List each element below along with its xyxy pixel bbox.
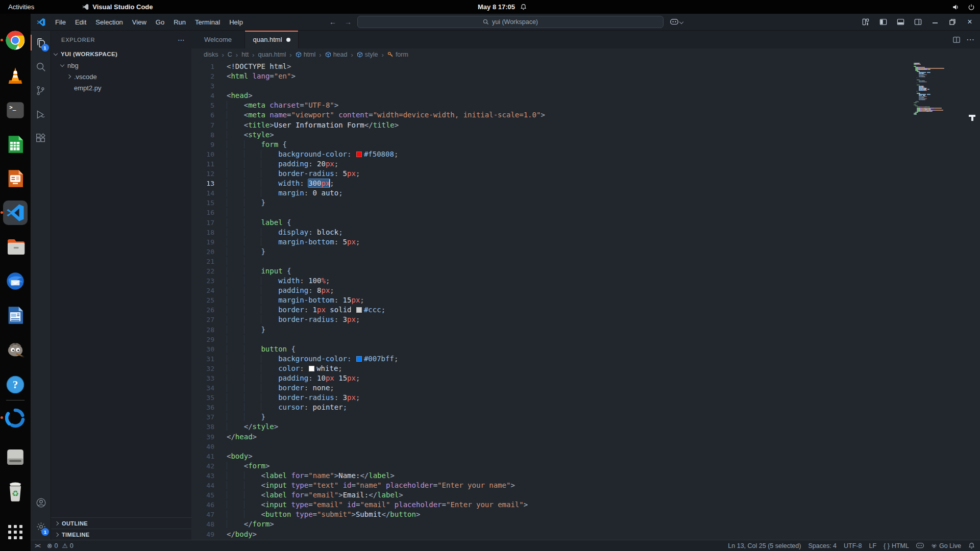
menu-file[interactable]: File — [51, 18, 70, 26]
code-line-34[interactable]: 34 border: none; — [191, 383, 980, 393]
notifications-bell-button[interactable] — [968, 542, 975, 549]
code-line-8[interactable]: 8 <style> — [191, 130, 980, 140]
code-line-4[interactable]: 4<head> — [191, 91, 980, 101]
breadcrumb-style[interactable]: style — [357, 51, 378, 58]
code-line-41[interactable]: 41<body> — [191, 452, 980, 461]
color-swatch[interactable] — [309, 366, 314, 371]
menu-go[interactable]: Go — [151, 18, 169, 26]
dock-item-libreoffice-impress[interactable] — [3, 166, 28, 191]
volume-icon[interactable] — [952, 4, 960, 11]
tab-quan-html[interactable]: quan.html — [245, 31, 299, 48]
code-line-18[interactable]: 18 display: block; — [191, 228, 980, 237]
breadcrumb-disks[interactable]: disks — [204, 51, 218, 58]
code-line-3[interactable]: 3 — [191, 81, 980, 91]
activity-source-control-button[interactable] — [31, 79, 51, 103]
split-editor-button[interactable] — [953, 36, 960, 43]
modified-indicator[interactable] — [286, 38, 290, 42]
code-line-11[interactable]: 11 padding: 20px; — [191, 159, 980, 169]
code-line-39[interactable]: 39</head> — [191, 432, 980, 442]
code-line-32[interactable]: 32 color: white; — [191, 364, 980, 373]
code-line-49[interactable]: 49</body> — [191, 530, 980, 539]
code-line-12[interactable]: 12 border-radius: 5px; — [191, 169, 980, 179]
dock-item-trash[interactable]: ♻ — [3, 479, 28, 504]
code-line-42[interactable]: 42 <form> — [191, 461, 980, 471]
language-mode-button[interactable]: { } HTML — [884, 542, 909, 549]
code-line-26[interactable]: 26 border: 1px solid #ccc; — [191, 305, 980, 315]
code-line-25[interactable]: 25 margin-bottom: 15px; — [191, 295, 980, 305]
dock-item-terminal[interactable]: >_ — [3, 98, 28, 122]
problems-button[interactable]: ⊗0 ⚠0 — [47, 542, 74, 549]
code-line-13[interactable]: 13 width: 300px; — [191, 179, 980, 188]
code-line-24[interactable]: 24 padding: 8px; — [191, 286, 980, 295]
toggle-secondary-sidebar-button[interactable] — [912, 16, 924, 28]
dock-item-thunderbird[interactable] — [3, 269, 28, 293]
toggle-panel-button[interactable] — [894, 16, 906, 28]
code-line-37[interactable]: 37 } — [191, 412, 980, 422]
explorer-more-actions-button[interactable]: ⋯ — [178, 36, 185, 44]
dock-item-show-apps[interactable] — [3, 520, 28, 544]
restore-button[interactable] — [946, 16, 959, 28]
nav-forward-button[interactable]: → — [345, 18, 352, 26]
activity-explorer-button[interactable]: 1 — [31, 31, 51, 55]
color-swatch[interactable] — [356, 152, 362, 157]
code-line-7[interactable]: 7 <title>User Information Form</title> — [191, 120, 980, 130]
color-swatch[interactable] — [356, 307, 362, 313]
code-line-40[interactable]: 40 — [191, 442, 980, 452]
dock-item-gimp[interactable] — [3, 337, 28, 362]
code-line-19[interactable]: 19 margin-bottom: 5px; — [191, 237, 980, 247]
menu-run[interactable]: Run — [169, 18, 190, 26]
customize-layout-button[interactable] — [860, 16, 872, 28]
copilot-button[interactable] — [670, 19, 683, 26]
code-line-35[interactable]: 35 border-radius: 3px; — [191, 393, 980, 403]
code-line-31[interactable]: 31 background-color: #007bff; — [191, 354, 980, 364]
tree-item--vscode[interactable]: .vscode — [51, 71, 191, 82]
nav-back-button[interactable]: ← — [329, 18, 336, 26]
code-line-23[interactable]: 23 width: 100%; — [191, 276, 980, 286]
color-swatch[interactable] — [356, 356, 362, 362]
dock-item-vscode[interactable] — [3, 201, 28, 225]
activity-run-debug-button[interactable] — [31, 103, 51, 127]
menu-terminal[interactable]: Terminal — [190, 18, 225, 26]
code-line-21[interactable]: 21 — [191, 257, 980, 266]
code-line-38[interactable]: 38 </style> — [191, 422, 980, 432]
dock-item-software-updater[interactable] — [3, 406, 28, 430]
close-button[interactable]: × — [964, 16, 976, 28]
encoding-button[interactable]: UTF-8 — [844, 542, 862, 549]
power-icon[interactable] — [968, 4, 975, 11]
menu-selection[interactable]: Selection — [91, 18, 127, 26]
breadcrumb-html[interactable]: html — [296, 51, 316, 58]
code-line-43[interactable]: 43 <label for="name">Name:</label> — [191, 471, 980, 481]
remote-window-button[interactable]: >< — [35, 542, 40, 549]
code-line-2[interactable]: 2<html lang="en"> — [191, 71, 980, 81]
code-line-36[interactable]: 36 cursor: pointer; — [191, 403, 980, 412]
tree-item-nbg[interactable]: nbg — [51, 60, 191, 71]
menu-help[interactable]: Help — [225, 18, 248, 26]
copilot-status-button[interactable] — [916, 543, 924, 549]
workspace-root[interactable]: YUI (WORKSPACE) — [51, 48, 191, 60]
cursor-position-button[interactable]: Ln 13, Col 25 (5 selected) — [728, 542, 801, 549]
go-live-button[interactable]: Go Live — [931, 542, 961, 549]
code-line-47[interactable]: 47 <button type="submit">Submit</button> — [191, 510, 980, 519]
tab-welcome[interactable]: Welcome — [191, 31, 245, 48]
code-line-44[interactable]: 44 <input type="text" id="name" placehol… — [191, 481, 980, 490]
code-line-9[interactable]: 9 form { — [191, 140, 980, 149]
breadcrumbs[interactable]: disks›C›htt›quan.html›html›head›style›fo… — [191, 48, 980, 61]
code-line-14[interactable]: 14 margin: 0 auto; — [191, 188, 980, 198]
eol-button[interactable]: LF — [869, 542, 876, 549]
code-line-46[interactable]: 46 <input type="email" id="email" placeh… — [191, 500, 980, 510]
indentation-button[interactable]: Spaces: 4 — [808, 542, 837, 549]
breadcrumb-c[interactable]: C — [228, 51, 232, 58]
tree-item-empt2-py[interactable]: empt2.py — [51, 82, 191, 93]
breadcrumb-form[interactable]: form — [387, 51, 408, 58]
toggle-primary-sidebar-button[interactable] — [877, 16, 889, 28]
code-line-16[interactable]: 16 — [191, 208, 980, 217]
code-line-1[interactable]: 1<!DOCTYPE html> — [191, 62, 980, 71]
breadcrumb-quan-html[interactable]: quan.html — [258, 51, 286, 58]
breadcrumb-htt[interactable]: htt — [241, 51, 249, 58]
clock[interactable]: May 8 17:05 — [478, 0, 527, 14]
code-line-17[interactable]: 17 label { — [191, 218, 980, 228]
dock-item-files[interactable] — [3, 235, 28, 259]
code-line-29[interactable]: 29 — [191, 335, 980, 344]
outline-panel-header[interactable]: OUTLINE — [51, 517, 191, 529]
activities-button[interactable]: Activities — [0, 3, 42, 11]
